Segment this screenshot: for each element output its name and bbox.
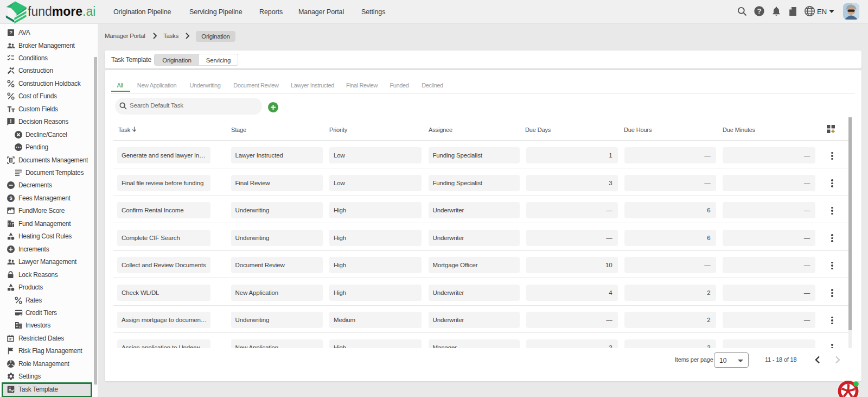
svg-text:$: $ — [9, 196, 12, 201]
svg-text:?: ? — [9, 30, 12, 35]
svg-text:?: ? — [757, 7, 761, 15]
